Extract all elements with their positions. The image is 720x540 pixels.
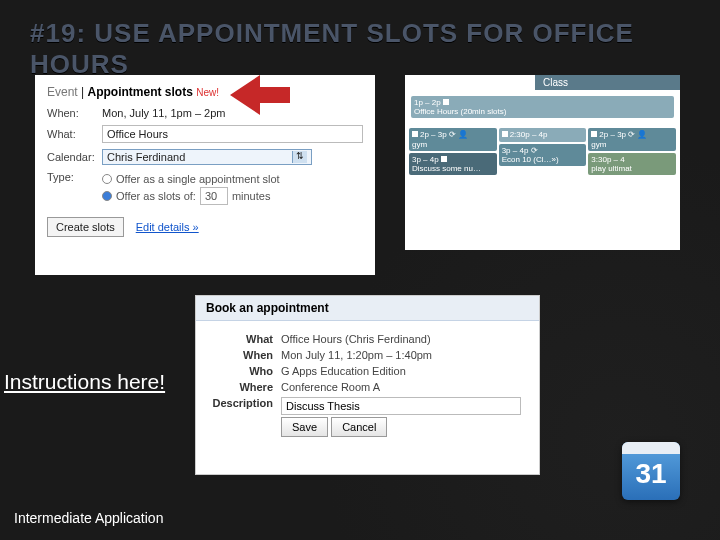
type-single-text: Offer as a single appointment slot: [116, 173, 280, 185]
event-block[interactable]: 2p – 3p ⟳ 👤gym: [588, 128, 676, 150]
bk-when-value: Mon July 11, 1:20pm – 1:40pm: [281, 349, 432, 361]
event-block[interactable]: 2:30p – 4p: [499, 128, 587, 141]
grid-icon: [441, 156, 447, 162]
grid-icon: [443, 99, 449, 105]
bk-who-label: Who: [208, 365, 273, 377]
type-slots-text: Offer as slots of:: [116, 190, 196, 202]
square-icon: [502, 131, 508, 137]
oh-label: Office Hours (20min slots): [414, 107, 506, 116]
red-arrow-icon: [225, 73, 295, 132]
square-icon: [412, 131, 418, 137]
book-header: Book an appointment: [196, 296, 539, 321]
description-input[interactable]: Discuss Thesis: [281, 397, 521, 415]
minutes-label: minutes: [232, 190, 271, 202]
calendar-icon: 31: [622, 442, 680, 500]
calendar-icon-day: 31: [635, 458, 666, 490]
bk-what-value: Office Hours (Chris Ferdinand): [281, 333, 431, 345]
cancel-button[interactable]: Cancel: [331, 417, 387, 437]
oh-range: 1p – 2p: [414, 98, 441, 107]
slide-title: #19: USE APPOINTMENT SLOTS FOR OFFICE HO…: [0, 0, 720, 80]
bk-when-label: When: [208, 349, 273, 361]
tab-appointment-slots[interactable]: Appointment slots: [87, 85, 192, 99]
chevron-updown-icon: ⇅: [292, 151, 307, 163]
bk-what-label: What: [208, 333, 273, 345]
book-appointment-panel: Book an appointment WhatOffice Hours (Ch…: [195, 295, 540, 475]
event-block[interactable]: 2p – 3p ⟳ 👤gym: [409, 128, 497, 150]
class-header: Class: [535, 75, 680, 90]
bk-where-label: Where: [208, 381, 273, 393]
save-button[interactable]: Save: [281, 417, 328, 437]
instructions-link[interactable]: Instructions here!: [4, 370, 165, 394]
bk-who-value: G Apps Education Edition: [281, 365, 406, 377]
calendar-label: Calendar:: [47, 151, 102, 163]
bk-desc-label: Description: [208, 397, 273, 415]
calendar-select[interactable]: Chris Ferdinand⇅: [102, 149, 312, 165]
radio-single[interactable]: [102, 174, 112, 184]
bk-where-value: Conference Room A: [281, 381, 380, 393]
calendar-view-panel: Class 1p – 2p Office Hours (20min slots)…: [405, 75, 680, 250]
create-slots-panel: Event | Appointment slots New! When: Mon…: [35, 75, 375, 275]
svg-marker-0: [230, 75, 290, 115]
event-block[interactable]: 3p – 4p Discuss some nu…: [409, 153, 497, 175]
event-block[interactable]: 3:30p – 4play ultimat: [588, 153, 676, 175]
edit-details-link[interactable]: Edit details »: [136, 221, 199, 233]
create-slots-button[interactable]: Create slots: [47, 217, 124, 237]
footer-text: Intermediate Application: [14, 510, 163, 526]
what-label: What:: [47, 128, 102, 140]
when-label: When:: [47, 107, 102, 119]
tab-event[interactable]: Event: [47, 85, 78, 99]
new-badge: New!: [196, 87, 219, 98]
type-label: Type:: [47, 171, 102, 183]
square-icon: [591, 131, 597, 137]
event-block[interactable]: 3p – 4p ⟳Econ 10 (Cl…»): [499, 144, 587, 166]
radio-slots[interactable]: [102, 191, 112, 201]
slot-minutes-input[interactable]: 30: [200, 187, 228, 205]
